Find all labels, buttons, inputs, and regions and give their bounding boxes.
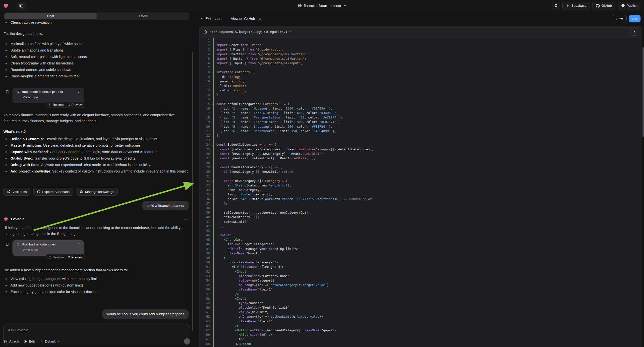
assistant-paragraph: I'll help you add budget categories to t…: [4, 225, 190, 237]
assistant-name: Lovable: [11, 217, 25, 221]
exit-button[interactable]: Exit ESC: [200, 17, 222, 21]
list-item: Add new budget categories with custom li…: [0, 282, 189, 288]
chat-bubble-icon: [37, 190, 40, 194]
fold-chevron-icon[interactable]: ⌄: [212, 70, 213, 74]
view-code-link[interactable]: View code: [16, 248, 80, 252]
version-card-implement-financial-planner[interactable]: Implement financial planner View code: [12, 88, 84, 103]
code-line: 38: [200, 206, 642, 210]
code-scrollbar[interactable]: [642, 47, 644, 137]
code-line: 40 setNewCategory('');: [200, 215, 642, 219]
preview-button[interactable]: Preview: [67, 256, 82, 259]
code-icon: [16, 90, 20, 94]
send-button[interactable]: ↑: [184, 338, 190, 344]
toggle-sidebar-button[interactable]: [17, 2, 26, 10]
supabase-button[interactable]: Supabase: [562, 2, 590, 10]
fold-chevron-icon[interactable]: ⌄: [212, 102, 213, 106]
code-line: 35 limit: Number(newLimit),: [200, 192, 642, 197]
code-line: 6import { Input } from '@/components/ui/…: [200, 61, 642, 66]
code-area[interactable]: 12import React from 'react';3import { Pl…: [200, 38, 642, 347]
lovable-heart-icon: [3, 3, 9, 9]
code-line: 54 value={newCategory}: [200, 278, 642, 283]
code-line: 10 name: string;: [200, 79, 642, 84]
list-item: View existing budget categories with the…: [0, 276, 189, 282]
external-link-icon: [7, 190, 10, 194]
user-message: would be cool if you could add budget ca…: [102, 310, 189, 319]
code-line: 9 id: string;: [200, 75, 642, 79]
restore-icon: [48, 103, 52, 106]
topbar: financial-future-creator ⚙ Supabase GitH…: [0, 0, 644, 11]
list-item: Subtle animations and transitions: [0, 47, 189, 54]
manage-knowledge-button[interactable]: Manage knowledge: [76, 188, 118, 196]
version-card-add-budget-categories[interactable]: Add budget categories View code: [12, 240, 84, 256]
lovable-heart-icon: [4, 216, 8, 222]
code-line: 12 color: string;: [200, 88, 642, 92]
publish-button[interactable]: Publish: [618, 2, 641, 10]
publish-label: Publish: [626, 4, 638, 8]
code-line: 39 setCategories([...categories, newCate…: [200, 210, 642, 215]
collapse-file-button[interactable]: [630, 28, 638, 36]
code-line: 22];: [200, 134, 642, 138]
list-item: Add project knowledge: Set key context o…: [0, 168, 191, 174]
github-icon: [596, 4, 600, 8]
tab-chat[interactable]: Chat: [4, 13, 96, 19]
chat-tabs: Chat History: [4, 12, 189, 20]
code-icon: [16, 243, 20, 246]
code-panel: Exit ESC View on GitHub G Raw Diff src/c…: [194, 11, 644, 347]
version-actions: Restore Preview: [46, 102, 86, 108]
settings-button[interactable]: ⚙: [552, 2, 560, 10]
mode-selector[interactable]: Default: [40, 340, 60, 343]
code-line: 28: [200, 160, 642, 165]
fold-chevron-icon[interactable]: ⌄: [212, 179, 213, 183]
raw-toggle-button[interactable]: Raw: [613, 15, 626, 22]
visit-docs-button[interactable]: Visit docs: [4, 188, 30, 196]
code-line: 65 <Button onClick={handleAddCategory} c…: [200, 328, 642, 332]
external-link-icon: [67, 103, 70, 106]
bookmark-icon[interactable]: [5, 242, 9, 247]
explore-supabase-button[interactable]: Explore Supabase: [33, 188, 73, 196]
attach-button[interactable]: Attach: [4, 340, 19, 343]
code-line: 59 type="number": [200, 301, 642, 306]
code-line: 23: [200, 138, 642, 142]
fold-chevron-icon[interactable]: ⌄: [212, 142, 213, 147]
view-on-github-button[interactable]: View on GitHub G: [231, 17, 262, 21]
code-line: 68 </Button>: [200, 342, 642, 346]
lovable-logo-menu[interactable]: [3, 3, 13, 9]
file-bar[interactable]: src/components/budget/BudgetCategories.t…: [200, 26, 642, 37]
code-line: 21 { id: '6', name: 'Healthcare', limit:…: [200, 129, 642, 134]
tab-history[interactable]: History: [96, 13, 189, 19]
chat-panel: Chat History Clean, intuitive navigation…: [0, 11, 194, 347]
restore-button[interactable]: Restore: [48, 256, 64, 259]
code-line: 60 placeholder="Monthly limit": [200, 306, 642, 310]
message-menu-button[interactable]: ···: [184, 217, 190, 221]
restore-icon: [48, 256, 52, 259]
quick-actions-row: Visit docs Explore Supabase Manage knowl…: [4, 188, 118, 196]
design-heading: For the design aesthetic:: [4, 30, 189, 36]
external-link-icon: [67, 256, 70, 259]
project-switcher[interactable]: financial-future-creator: [298, 0, 346, 11]
code-line: 56 className="flex-1": [200, 287, 642, 292]
chat-scrollbar[interactable]: [192, 52, 193, 331]
gear-icon: ⚙: [554, 3, 558, 8]
view-code-link[interactable]: View code: [16, 95, 80, 99]
code-line: 19 { id: '4', name: 'Entertainment', lim…: [200, 120, 642, 124]
github-button[interactable]: GitHub: [592, 2, 615, 10]
fold-chevron-icon[interactable]: ⌄: [212, 165, 213, 170]
diff-toggle-button[interactable]: Diff: [629, 15, 640, 22]
added-summary: I've added a new budget categories manag…: [4, 267, 190, 273]
diff-added-indicator: [213, 38, 214, 347]
code-line: 20 { id: '5', name: 'Shopping', limit: 2…: [200, 124, 642, 129]
code-header: Exit ESC View on GitHub G Raw Diff: [194, 11, 644, 26]
esc-kbd-badge: ESC: [213, 17, 222, 21]
preview-button[interactable]: Preview: [67, 103, 82, 106]
restore-button[interactable]: Restore: [48, 103, 64, 106]
github-label: GitHub: [602, 4, 612, 8]
code-line: 11 limit: number;: [200, 84, 642, 88]
package-icon: [80, 190, 83, 194]
code-line: 52 <Input: [200, 269, 642, 274]
code-line: 42 };: [200, 224, 642, 228]
edit-button[interactable]: Edit: [24, 340, 34, 343]
code-line: 18 { id: '3', name: 'Transportation', li…: [200, 115, 642, 120]
bookmark-icon[interactable]: [5, 90, 9, 94]
code-line: 44 return (: [200, 233, 642, 238]
version-card-title: Add budget categories: [22, 242, 56, 246]
